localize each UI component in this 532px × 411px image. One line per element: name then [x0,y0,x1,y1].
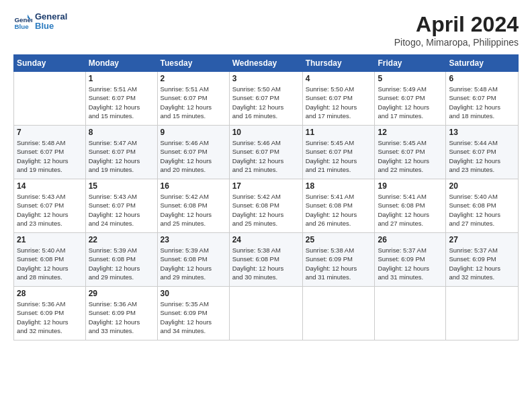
calendar-cell: 7Sunrise: 5:48 AM Sunset: 6:07 PM Daylig… [14,126,86,179]
day-number: 1 [89,74,154,83]
col-friday: Friday [375,55,446,72]
calendar-cell: 18Sunrise: 5:41 AM Sunset: 6:08 PM Dayli… [302,179,375,233]
title-area: April 2024 Pitogo, Mimaropa, Philippines [394,12,519,48]
header: General Blue General Blue April 2024 Pit… [13,12,519,48]
day-number: 19 [378,181,443,191]
week-row-2: 14Sunrise: 5:43 AM Sunset: 6:07 PM Dayli… [14,179,519,233]
logo-icon: General Blue [13,12,32,31]
calendar-cell: 9Sunrise: 5:46 AM Sunset: 6:07 PM Daylig… [157,126,229,179]
calendar-cell: 19Sunrise: 5:41 AM Sunset: 6:08 PM Dayli… [375,179,446,233]
day-info: Sunrise: 5:51 AM Sunset: 6:07 PM Dayligh… [161,85,226,120]
col-wednesday: Wednesday [229,55,302,72]
day-number: 18 [306,181,372,191]
day-info: Sunrise: 5:45 AM Sunset: 6:07 PM Dayligh… [378,138,443,174]
week-row-1: 7Sunrise: 5:48 AM Sunset: 6:07 PM Daylig… [14,126,519,179]
calendar-cell: 26Sunrise: 5:37 AM Sunset: 6:09 PM Dayli… [375,233,446,287]
calendar-cell: 8Sunrise: 5:47 AM Sunset: 6:07 PM Daylig… [85,126,157,179]
day-info: Sunrise: 5:48 AM Sunset: 6:07 PM Dayligh… [17,138,83,174]
day-info: Sunrise: 5:36 AM Sunset: 6:09 PM Dayligh… [89,300,154,335]
calendar-cell: 2Sunrise: 5:51 AM Sunset: 6:07 PM Daylig… [157,72,229,126]
day-info: Sunrise: 5:47 AM Sunset: 6:07 PM Dayligh… [89,138,154,174]
location: Pitogo, Mimaropa, Philippines [394,37,519,48]
day-number: 25 [306,235,372,244]
day-number: 27 [449,235,515,244]
day-number: 7 [17,128,83,137]
calendar-cell [229,287,302,340]
day-number: 15 [89,181,154,191]
calendar-cell [302,287,375,340]
day-info: Sunrise: 5:41 AM Sunset: 6:08 PM Dayligh… [306,192,372,228]
calendar-table: Sunday Monday Tuesday Wednesday Thursday… [13,54,519,340]
day-info: Sunrise: 5:50 AM Sunset: 6:07 PM Dayligh… [306,85,372,120]
day-number: 22 [89,235,154,244]
day-number: 16 [161,181,226,191]
calendar-cell [446,287,519,340]
calendar-cell: 25Sunrise: 5:38 AM Sunset: 6:09 PM Dayli… [302,233,375,287]
day-info: Sunrise: 5:42 AM Sunset: 6:08 PM Dayligh… [161,192,226,228]
day-number: 24 [232,235,300,244]
day-info: Sunrise: 5:39 AM Sunset: 6:08 PM Dayligh… [89,246,154,281]
calendar-cell: 20Sunrise: 5:40 AM Sunset: 6:08 PM Dayli… [446,179,519,233]
day-info: Sunrise: 5:35 AM Sunset: 6:09 PM Dayligh… [161,300,226,335]
day-info: Sunrise: 5:42 AM Sunset: 6:08 PM Dayligh… [232,192,300,228]
calendar-cell: 27Sunrise: 5:37 AM Sunset: 6:09 PM Dayli… [446,233,519,287]
calendar-cell: 21Sunrise: 5:40 AM Sunset: 6:08 PM Dayli… [14,233,86,287]
day-number: 11 [306,128,372,137]
calendar-cell: 17Sunrise: 5:42 AM Sunset: 6:08 PM Dayli… [229,179,302,233]
day-number: 30 [161,289,226,298]
calendar-cell: 4Sunrise: 5:50 AM Sunset: 6:07 PM Daylig… [302,72,375,126]
day-number: 4 [306,74,372,83]
day-info: Sunrise: 5:40 AM Sunset: 6:08 PM Dayligh… [449,192,515,228]
day-info: Sunrise: 5:45 AM Sunset: 6:07 PM Dayligh… [306,138,372,174]
day-info: Sunrise: 5:51 AM Sunset: 6:07 PM Dayligh… [89,85,154,120]
day-number: 8 [89,128,154,137]
day-info: Sunrise: 5:39 AM Sunset: 6:08 PM Dayligh… [161,246,226,281]
day-number: 13 [449,128,515,137]
day-number: 17 [232,181,300,191]
logo-line2: Blue [35,21,67,31]
week-row-3: 21Sunrise: 5:40 AM Sunset: 6:08 PM Dayli… [14,233,519,287]
day-info: Sunrise: 5:40 AM Sunset: 6:08 PM Dayligh… [17,246,83,281]
day-number: 20 [449,181,515,191]
col-monday: Monday [85,55,157,72]
calendar-cell: 23Sunrise: 5:39 AM Sunset: 6:08 PM Dayli… [157,233,229,287]
col-sunday: Sunday [14,55,86,72]
day-number: 26 [378,235,443,244]
day-info: Sunrise: 5:44 AM Sunset: 6:07 PM Dayligh… [449,138,515,174]
calendar-cell: 29Sunrise: 5:36 AM Sunset: 6:09 PM Dayli… [85,287,157,340]
calendar-page: General Blue General Blue April 2024 Pit… [0,0,532,411]
day-info: Sunrise: 5:38 AM Sunset: 6:09 PM Dayligh… [306,246,372,281]
day-info: Sunrise: 5:43 AM Sunset: 6:07 PM Dayligh… [17,192,83,228]
calendar-cell: 16Sunrise: 5:42 AM Sunset: 6:08 PM Dayli… [157,179,229,233]
calendar-cell: 24Sunrise: 5:38 AM Sunset: 6:08 PM Dayli… [229,233,302,287]
day-number: 29 [89,289,154,298]
day-info: Sunrise: 5:50 AM Sunset: 6:07 PM Dayligh… [232,85,300,120]
calendar-cell: 12Sunrise: 5:45 AM Sunset: 6:07 PM Dayli… [375,126,446,179]
day-number: 23 [161,235,226,244]
day-number: 3 [232,74,300,83]
calendar-cell: 13Sunrise: 5:44 AM Sunset: 6:07 PM Dayli… [446,126,519,179]
calendar-cell: 15Sunrise: 5:43 AM Sunset: 6:07 PM Dayli… [85,179,157,233]
col-saturday: Saturday [446,55,519,72]
day-info: Sunrise: 5:48 AM Sunset: 6:07 PM Dayligh… [449,85,515,120]
col-thursday: Thursday [302,55,375,72]
day-info: Sunrise: 5:43 AM Sunset: 6:07 PM Dayligh… [89,192,154,228]
calendar-cell: 1Sunrise: 5:51 AM Sunset: 6:07 PM Daylig… [85,72,157,126]
day-number: 12 [378,128,443,137]
calendar-cell: 5Sunrise: 5:49 AM Sunset: 6:07 PM Daylig… [375,72,446,126]
day-number: 10 [232,128,300,137]
calendar-cell: 22Sunrise: 5:39 AM Sunset: 6:08 PM Dayli… [85,233,157,287]
day-info: Sunrise: 5:46 AM Sunset: 6:07 PM Dayligh… [232,138,300,174]
week-row-0: 1Sunrise: 5:51 AM Sunset: 6:07 PM Daylig… [14,72,519,126]
calendar-cell [375,287,446,340]
calendar-cell: 28Sunrise: 5:36 AM Sunset: 6:09 PM Dayli… [14,287,86,340]
day-number: 28 [17,289,83,298]
day-number: 14 [17,181,83,191]
day-number: 5 [378,74,443,83]
calendar-cell: 10Sunrise: 5:46 AM Sunset: 6:07 PM Dayli… [229,126,302,179]
col-tuesday: Tuesday [157,55,229,72]
logo: General Blue General Blue [13,12,67,32]
calendar-cell: 11Sunrise: 5:45 AM Sunset: 6:07 PM Dayli… [302,126,375,179]
calendar-cell: 3Sunrise: 5:50 AM Sunset: 6:07 PM Daylig… [229,72,302,126]
day-info: Sunrise: 5:37 AM Sunset: 6:09 PM Dayligh… [449,246,515,281]
